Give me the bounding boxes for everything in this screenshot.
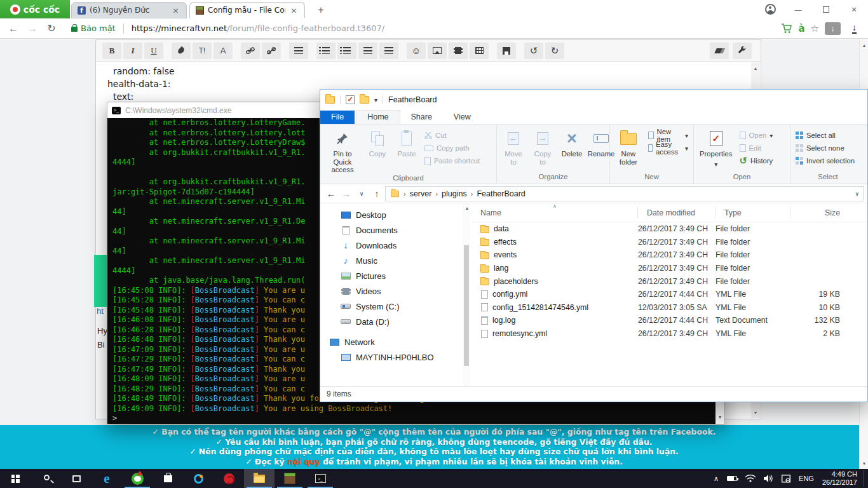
align-button[interactable] xyxy=(289,43,308,59)
explorer-back-button[interactable] xyxy=(324,187,338,201)
sidebar-item[interactable]: Network xyxy=(320,334,471,349)
downloads-icon[interactable] xyxy=(852,24,857,34)
explorer-window[interactable]: FeatherBoard File Home Share View Pin to… xyxy=(320,89,868,402)
history-button[interactable]: History xyxy=(737,154,776,167)
sidebar-item[interactable]: Data (D:) xyxy=(320,314,471,329)
undo-button[interactable] xyxy=(524,43,543,59)
security-chip[interactable]: Bảo mật xyxy=(71,24,116,33)
file-row[interactable]: placeholders 26/12/2017 3:49 CH File fol… xyxy=(471,274,867,288)
file-row[interactable]: config.yml 26/12/2017 4:44 CH YML File 1… xyxy=(471,288,867,301)
breadcrumb[interactable]: server plugins FeatherBoard xyxy=(385,186,864,201)
font-size-button[interactable] xyxy=(193,43,212,59)
redo-button[interactable] xyxy=(545,43,564,59)
tab-facebook[interactable]: (6) Nguyễn Đức xyxy=(71,2,187,18)
taskbar-red-app-button[interactable] xyxy=(214,469,244,488)
sidebar-item[interactable]: Pictures xyxy=(320,268,471,283)
wifi-icon[interactable] xyxy=(745,475,756,482)
insert-media-button[interactable] xyxy=(449,43,468,59)
sidebar-item[interactable]: System (C:) xyxy=(320,299,471,314)
file-row[interactable]: events 26/12/2017 3:49 CH File folder xyxy=(471,248,867,262)
underline-button[interactable] xyxy=(144,43,163,59)
new-tab-button[interactable] xyxy=(313,4,329,17)
sidebar-item[interactable]: Downloads xyxy=(320,238,471,253)
link-fragment[interactable]: ht xyxy=(97,306,104,316)
taskbar-cmd-button[interactable] xyxy=(305,469,336,488)
scroll-up-icon[interactable] xyxy=(751,64,760,72)
page-scroll-down-icon[interactable] xyxy=(860,459,868,468)
taskbar-store-button[interactable] xyxy=(153,469,183,488)
pin-to-quick-access-button[interactable]: Pin to Quick access xyxy=(323,126,362,174)
address-dropdown-icon[interactable] xyxy=(855,191,859,197)
unlink-button[interactable] xyxy=(262,43,281,59)
bullet-list-button[interactable] xyxy=(316,43,336,59)
editor-settings-button[interactable] xyxy=(733,43,752,59)
new-item-button[interactable]: New item xyxy=(646,129,691,142)
taskbar-clock[interactable]: 4:49 CH26/12/2017 xyxy=(822,470,864,487)
cart-icon[interactable] xyxy=(781,24,792,34)
column-header-type[interactable]: Type xyxy=(715,207,790,219)
file-row[interactable]: remotesync.yml 26/12/2017 3:49 CH YML Fi… xyxy=(471,327,867,341)
coccoc-logo[interactable]: cốc cốc xyxy=(0,0,70,18)
tab-home[interactable]: Home xyxy=(356,110,400,124)
breadcrumb-item-server[interactable]: server xyxy=(410,189,432,198)
bold-button[interactable] xyxy=(102,43,121,59)
rules-link[interactable]: nội quy xyxy=(287,457,320,466)
download-manager-button[interactable] xyxy=(825,22,841,35)
properties-button[interactable]: Properties xyxy=(696,126,736,168)
taskbar-explorer-button[interactable] xyxy=(244,469,275,488)
sidebar-item[interactable]: Music xyxy=(320,253,471,268)
select-none-button[interactable]: Select none xyxy=(793,142,857,154)
tab-close-icon[interactable] xyxy=(171,6,180,15)
file-row[interactable]: log.log 26/12/2017 4:44 CH Text Document… xyxy=(471,314,867,327)
sidebar-item[interactable]: Desktop xyxy=(320,207,471,222)
volume-icon[interactable] xyxy=(764,475,773,482)
file-row[interactable]: data 26/12/2017 3:49 CH File folder xyxy=(471,222,867,236)
column-header-size[interactable]: Size xyxy=(790,207,845,219)
back-button[interactable] xyxy=(5,20,22,37)
quick-access-properties-icon[interactable] xyxy=(346,95,355,104)
outdent-button[interactable] xyxy=(358,43,377,59)
language-indicator[interactable]: ENG xyxy=(799,475,814,482)
insert-image-button[interactable] xyxy=(428,43,447,59)
cmd-scroll-down-icon[interactable] xyxy=(715,414,724,423)
profile-button[interactable] xyxy=(756,0,784,18)
breadcrumb-item-plugins[interactable]: plugins xyxy=(442,189,467,198)
remove-format-button[interactable] xyxy=(710,43,729,59)
task-view-button[interactable] xyxy=(61,469,92,488)
taskbar-minecraft-button[interactable] xyxy=(275,469,305,488)
font-family-button[interactable] xyxy=(214,43,233,59)
breadcrumb-item-featherboard[interactable]: FeatherBoard xyxy=(477,189,525,198)
sidebar-item[interactable]: Videos xyxy=(320,283,471,299)
tab-forum[interactable]: Config mẫu - File Config F xyxy=(189,2,305,18)
delete-button[interactable]: Delete xyxy=(558,126,586,158)
maximize-button[interactable] xyxy=(812,0,840,18)
explorer-history-caret-icon[interactable] xyxy=(355,187,369,201)
easy-access-button[interactable]: Easy access xyxy=(646,142,691,154)
taskbar-coccoc-button[interactable] xyxy=(122,469,153,488)
tab-file[interactable]: File xyxy=(320,111,355,124)
navpane-scroll-thumb[interactable] xyxy=(464,245,469,366)
explorer-title-bar[interactable]: FeatherBoard xyxy=(320,90,867,109)
taskbar-edge-button[interactable] xyxy=(92,469,122,488)
insert-link-button[interactable] xyxy=(241,43,260,59)
invert-selection-button[interactable]: Invert selection xyxy=(793,154,857,167)
text-color-button[interactable] xyxy=(172,43,191,59)
file-row[interactable]: lang 26/12/2017 3:49 CH File folder xyxy=(471,262,867,275)
indent-button[interactable] xyxy=(379,43,398,59)
dictionary-icon[interactable]: à xyxy=(798,23,804,34)
insert-table-button[interactable] xyxy=(470,43,489,59)
navpane-scroll-up-icon[interactable] xyxy=(463,203,471,212)
reload-button[interactable] xyxy=(43,20,60,37)
tab-close-icon[interactable] xyxy=(289,6,299,15)
italic-button[interactable] xyxy=(123,43,142,59)
emoji-button[interactable] xyxy=(407,43,426,59)
page-scroll-up-icon[interactable] xyxy=(860,41,868,50)
action-center-icon[interactable] xyxy=(782,475,790,483)
save-draft-button[interactable] xyxy=(497,43,516,59)
bookmark-star-icon[interactable] xyxy=(811,23,819,34)
select-all-button[interactable]: Select all xyxy=(793,129,857,142)
minimize-button[interactable] xyxy=(784,0,812,18)
tab-share[interactable]: Share xyxy=(400,111,443,124)
close-button[interactable] xyxy=(840,0,868,18)
tray-expand-icon[interactable] xyxy=(714,475,719,483)
